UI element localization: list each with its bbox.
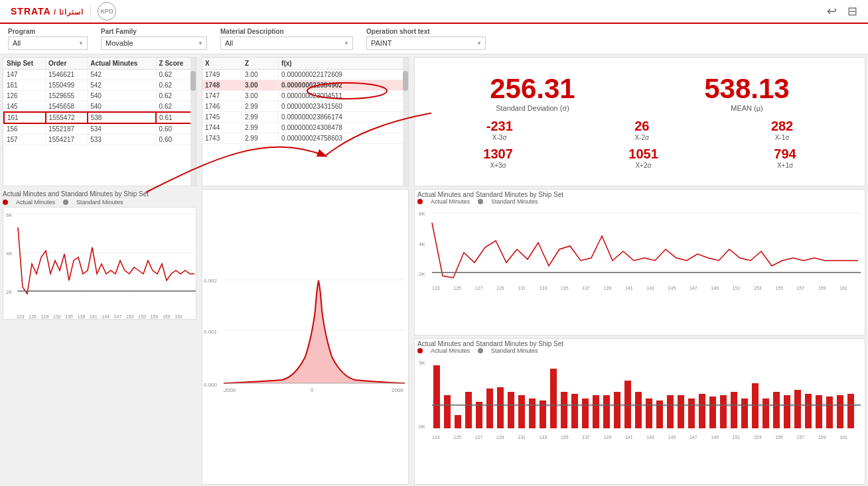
filter-icon[interactable]: ⊟ — [847, 4, 857, 19]
stats-box: 256.31 Standard Deviation (σ) 538.13 MEA… — [414, 57, 865, 186]
svg-rect-27 — [433, 365, 440, 428]
line-chart-svg: 6K 4K 2K — [3, 208, 196, 317]
legend-standard-dot — [63, 200, 68, 205]
part-family-select[interactable]: Movable — [101, 36, 207, 50]
svg-rect-57 — [752, 383, 759, 428]
program-select[interactable]: All — [8, 36, 88, 50]
strata-logo: STRATA / استراتا — [11, 6, 84, 17]
stats-top: 256.31 Standard Deviation (σ) 538.13 MEA… — [425, 75, 854, 112]
kpo-logo: KPO — [98, 2, 116, 21]
svg-rect-33 — [497, 387, 504, 428]
bottom-bar-legend-actual: Actual Minutes — [431, 347, 470, 354]
line-chart-title: Actual Minutes and Standard Minutes by S… — [3, 189, 196, 199]
svg-rect-63 — [816, 395, 822, 428]
operation-select[interactable]: PAINT — [366, 36, 486, 50]
material-desc-label: Material Description — [220, 28, 353, 35]
operation-select-wrapper[interactable]: PAINT — [366, 36, 486, 50]
bottom-bar-svg: 5K 0K — [417, 355, 862, 435]
bottom-bar-legend-standard: Standard Minutes — [491, 347, 538, 354]
sigma-plus-row: 1307 X+3σ 1051 X+2σ 794 X+1σ — [425, 147, 854, 169]
svg-rect-47 — [646, 398, 652, 428]
left-panel: Ship Set Order Actual Minutes Z Score 14… — [0, 54, 199, 486]
table-scroll-thumb[interactable] — [190, 71, 196, 91]
table-row: 12615296555400.62 — [4, 91, 195, 101]
svg-rect-55 — [731, 392, 737, 428]
bottom-line-title: Actual Minutes and Standard Minutes by S… — [417, 191, 862, 198]
fx-table-container: X Z f(x) 17493.000.00000002217260917483.… — [202, 57, 409, 186]
svg-rect-49 — [667, 395, 674, 428]
right-panel: 256.31 Standard Deviation (σ) 538.13 MEA… — [411, 54, 868, 486]
part-family-filter: Part Family Movable — [101, 28, 207, 50]
bottom-charts: Actual Minutes and Standard Minutes by S… — [414, 189, 865, 485]
svg-rect-46 — [635, 392, 642, 428]
svg-rect-58 — [762, 398, 769, 428]
svg-rect-30 — [465, 392, 472, 428]
bottom-bar-legend-actual-dot — [417, 348, 423, 353]
fx-table: X Z f(x) 17493.000.00000002217260917483.… — [202, 58, 408, 144]
svg-text:0K: 0K — [419, 424, 425, 430]
svg-rect-65 — [837, 395, 843, 428]
svg-text:0.000: 0.000 — [204, 382, 218, 388]
svg-rect-43 — [603, 395, 610, 428]
program-filter: Program All — [8, 28, 88, 50]
svg-text:4K: 4K — [419, 241, 425, 247]
part-family-select-wrapper[interactable]: Movable — [101, 36, 207, 50]
svg-text:4K: 4K — [6, 251, 13, 257]
fx-table-row: 17462.990.000000023431560 — [202, 101, 408, 112]
bottom-legend-actual-dot — [417, 199, 423, 204]
svg-rect-59 — [773, 392, 780, 428]
svg-rect-31 — [476, 402, 482, 428]
fx-table-row: 17452.990.000000023866174 — [202, 112, 408, 123]
svg-text:-2000: -2000 — [222, 387, 236, 393]
middle-panel: X Z f(x) 17493.000.00000002217260917483.… — [199, 54, 411, 486]
bottom-legend-standard-dot — [478, 199, 483, 204]
bottom-line-chart: Actual Minutes and Standard Minutes by S… — [414, 189, 865, 335]
std-dev-stat: 256.31 Standard Deviation (σ) — [490, 75, 575, 112]
line-chart-area: 6K 4K 2K 1231261291321351381411441471501… — [3, 207, 196, 320]
svg-rect-28 — [444, 395, 451, 428]
bottom-legend-actual: Actual Minutes — [431, 198, 470, 205]
svg-rect-45 — [624, 381, 631, 428]
program-select-wrapper[interactable]: All — [8, 36, 88, 50]
bottom-bar-title: Actual Minutes and Standard Minutes by S… — [417, 340, 862, 347]
svg-rect-38 — [550, 369, 557, 428]
col-x: X — [202, 58, 242, 70]
svg-rect-64 — [826, 396, 833, 428]
fx-table-row: 17432.990.000000024758603 — [202, 133, 408, 144]
svg-rect-54 — [720, 395, 727, 428]
svg-text:2000: 2000 — [392, 387, 403, 393]
undo-icon[interactable]: ↩ — [827, 4, 837, 19]
svg-text:6K: 6K — [419, 211, 425, 217]
fx-table-scroll-thumb[interactable] — [403, 71, 408, 91]
svg-rect-40 — [571, 394, 578, 428]
bottom-bar-legend-standard-dot — [478, 348, 483, 353]
main-table: Ship Set Order Actual Minutes Z Score 14… — [3, 58, 196, 145]
svg-rect-62 — [805, 394, 812, 428]
mean-value: 538.13 — [704, 75, 789, 103]
bell-curve-container: 0.002 0.001 0.000 -2000 0 2000 — [202, 189, 409, 485]
bell-curve-svg: 0.002 0.001 0.000 -2000 0 2000 — [202, 271, 408, 403]
fx-table-scrollbar[interactable] — [403, 58, 408, 186]
col-order: Order — [46, 58, 88, 70]
svg-rect-44 — [614, 392, 620, 428]
std-dev-value: 256.31 — [490, 75, 575, 103]
material-desc-select-wrapper[interactable]: All — [220, 36, 353, 50]
svg-rect-66 — [847, 394, 854, 428]
bottom-bar-chart: Actual Minutes and Standard Minutes by S… — [414, 338, 865, 485]
x-minus-2s: 26 X-2σ — [634, 119, 649, 141]
x-plus-2s: 1051 X+2σ — [628, 147, 658, 169]
fx-table-row: 17473.000.000000023004511 — [202, 91, 408, 101]
svg-rect-61 — [794, 390, 801, 428]
x-minus-1s: 282 X-1σ — [771, 119, 793, 141]
fx-table-row: 17493.000.000000022172609 — [202, 70, 408, 80]
material-desc-select[interactable]: All — [220, 36, 353, 50]
operation-filter: Operation short text PAINT — [366, 28, 486, 50]
col-actual-minutes: Actual Minutes — [88, 58, 156, 70]
table-row: 15715542175330.60 — [4, 135, 195, 145]
header-left: STRATA / استراتا KPO — [11, 2, 116, 21]
svg-rect-35 — [518, 395, 525, 428]
table-scrollbar[interactable] — [190, 58, 196, 186]
table-row: 15615521875340.60 — [4, 123, 195, 135]
line-chart-section: Actual Minutes and Standard Minutes by S… — [3, 189, 196, 320]
col-z-score: Z Score — [156, 58, 195, 70]
